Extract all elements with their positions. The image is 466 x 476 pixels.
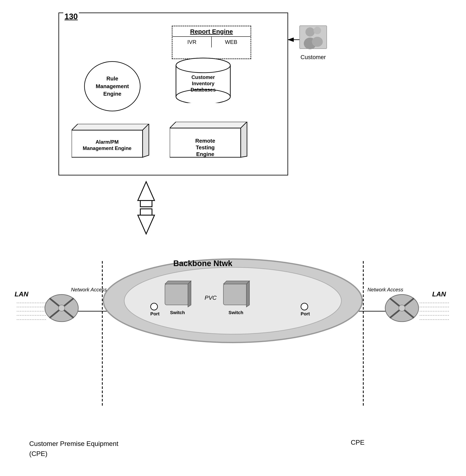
customer-figure: Customer: [299, 25, 328, 60]
switch1: Switch: [163, 280, 192, 315]
backbone-label: Backbone Ntwk: [173, 259, 232, 268]
svg-marker-44: [241, 122, 247, 157]
alarm-pm-box: Alarm/PM Management Engine: [72, 124, 155, 161]
system-box-label: 130: [63, 12, 79, 21]
svg-marker-59: [223, 281, 249, 284]
report-engine-box: Report Engine IVR WEB: [172, 26, 251, 59]
svg-rect-55: [165, 284, 190, 305]
svg-marker-56: [165, 281, 191, 284]
svg-text:Databases: Databases: [191, 87, 216, 93]
network-access-right: Network Access: [367, 286, 403, 293]
port2-label: Port: [301, 311, 310, 317]
svg-text:Testing: Testing: [196, 144, 215, 151]
network-access-left: Network Access: [71, 286, 107, 293]
left-router: [44, 292, 79, 325]
svg-rect-58: [223, 284, 248, 305]
svg-text:Engine: Engine: [196, 151, 214, 157]
svg-point-64: [58, 305, 65, 311]
svg-marker-43: [170, 122, 247, 128]
diagram-container: 130 Report Engine IVR WEB RuleManagement…: [0, 0, 466, 476]
cpe-short-label: CPE: [351, 439, 364, 446]
system-box: 130 Report Engine IVR WEB RuleManagement…: [58, 12, 288, 176]
right-router: [384, 292, 420, 325]
customer-label: Customer: [299, 54, 328, 60]
svg-text:Customer: Customer: [191, 74, 215, 80]
svg-text:Alarm/PM: Alarm/PM: [96, 139, 119, 145]
pvc-label: PVC: [205, 295, 217, 301]
report-cell-web: WEB: [212, 37, 251, 48]
cpe-full-label: Customer Premise Equipment (CPE): [29, 439, 118, 459]
customer-inventory-box: Customer Inventory Databases: [172, 55, 234, 103]
port2-container: Port: [301, 303, 310, 317]
svg-marker-39: [143, 124, 149, 157]
svg-marker-60: [246, 281, 249, 307]
lan-right-label: LAN: [432, 290, 446, 298]
svg-point-49: [305, 27, 315, 36]
report-engine-title: Report Engine: [173, 26, 251, 35]
svg-marker-8: [138, 215, 154, 234]
svg-point-51: [314, 27, 321, 34]
svg-marker-7: [138, 182, 154, 201]
rule-engine-circle: RuleManagementEngine: [84, 61, 140, 111]
svg-text:Management Engine: Management Engine: [83, 145, 131, 151]
svg-rect-9: [140, 201, 152, 207]
remote-testing-box: Remote Testing Engine: [170, 122, 253, 164]
svg-rect-10: [140, 209, 152, 215]
switch2: Switch: [221, 280, 251, 315]
port1-label: Port: [150, 311, 160, 317]
svg-point-68: [399, 305, 405, 311]
svg-text:Inventory: Inventory: [192, 81, 215, 86]
svg-marker-57: [188, 281, 191, 307]
lan-left-label: LAN: [15, 290, 28, 298]
svg-text:Remote: Remote: [195, 138, 215, 144]
port1-container: Port: [150, 303, 160, 317]
svg-point-52: [312, 37, 323, 47]
svg-point-33: [176, 58, 230, 73]
svg-marker-38: [72, 124, 149, 130]
rule-engine-label: RuleManagementEngine: [96, 75, 129, 97]
report-cell-ivr: IVR: [173, 37, 212, 48]
